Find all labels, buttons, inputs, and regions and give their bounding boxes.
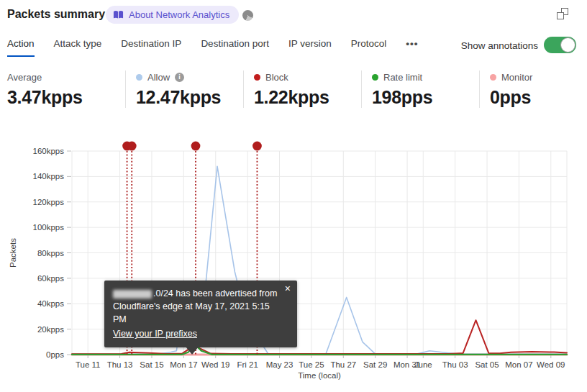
stat-average: Average3.47kpps bbox=[7, 70, 125, 108]
stat-average-value: 3.47kpps bbox=[7, 87, 125, 108]
tab-more[interactable]: ••• bbox=[406, 38, 418, 57]
stat-allow-label: Allow bbox=[147, 72, 170, 83]
stat-monitor-value: 0pps bbox=[490, 87, 587, 108]
badge-label: About Network Analytics bbox=[129, 9, 229, 20]
stat-monitor-dot bbox=[490, 74, 496, 81]
tab-protocol[interactable]: Protocol bbox=[351, 38, 387, 57]
tooltip-message-row: .0/24 has been advertised from Cloudflar… bbox=[113, 287, 278, 326]
book-icon bbox=[113, 10, 124, 19]
stat-allow-value: 12.47kpps bbox=[136, 87, 243, 108]
y-tick-label: 80kpps bbox=[37, 249, 64, 257]
stat-monitor-label: Monitor bbox=[501, 72, 532, 83]
stat-block-dot bbox=[254, 74, 260, 81]
x-tick-label: Sat 15 bbox=[140, 360, 163, 369]
show-annotations-toggle[interactable] bbox=[544, 37, 576, 53]
y-tick-label: 20kpps bbox=[37, 325, 64, 334]
y-tick-label: 160kpps bbox=[33, 147, 65, 155]
annotation-dot[interactable] bbox=[252, 142, 262, 151]
view-ip-prefixes-link[interactable]: View your IP prefixes bbox=[113, 327, 197, 340]
packets-summary-panel: Packets summary About Network Analytics … bbox=[0, 0, 587, 392]
y-tick-label: 40kpps bbox=[37, 299, 64, 308]
packets-chart-area: 0pps20kpps40kpps60kpps80kpps100kpps120kp… bbox=[0, 140, 587, 392]
x-tick-label: Tue 11 bbox=[76, 360, 101, 369]
y-tick-label: 0pps bbox=[46, 350, 64, 359]
y-axis-title: Packets bbox=[9, 238, 17, 268]
x-tick-label: Mon 07 bbox=[505, 360, 532, 369]
tab-attack-type[interactable]: Attack type bbox=[54, 38, 102, 57]
tooltip-arrow bbox=[186, 347, 199, 355]
popout-front-square bbox=[557, 12, 564, 19]
stat-block: Block1.22kpps bbox=[243, 70, 361, 108]
x-tick-label: Thu 27 bbox=[330, 360, 356, 369]
show-annotations-label: Show annotations bbox=[461, 40, 538, 51]
page-title: Packets summary bbox=[7, 8, 105, 21]
close-icon[interactable]: × bbox=[285, 283, 291, 293]
tab-ip-version[interactable]: IP version bbox=[288, 38, 332, 57]
x-tick-label: Tue 25 bbox=[299, 360, 324, 369]
x-tick-label: June bbox=[414, 360, 432, 369]
annotation-dot[interactable] bbox=[127, 142, 137, 151]
stat-rate-limit-dot bbox=[372, 74, 378, 81]
x-tick-label: Thu 13 bbox=[107, 360, 133, 369]
y-tick-label: 100kpps bbox=[33, 223, 65, 232]
annotation-tooltip: × .0/24 has been advertised from Cloudfl… bbox=[104, 281, 297, 347]
stat-block-value: 1.22kpps bbox=[254, 87, 361, 108]
stat-rate-limit-value: 198pps bbox=[372, 87, 479, 108]
stat-average-label: Average bbox=[7, 72, 42, 83]
stats-row: Average3.47kppsAllowi12.47kppsBlock1.22k… bbox=[7, 70, 587, 108]
info-icon[interactable]: i bbox=[175, 73, 184, 82]
stat-allow: Allowi12.47kpps bbox=[125, 70, 243, 108]
x-tick-label: Thu 03 bbox=[442, 360, 468, 369]
tab-destination-ip[interactable]: Destination IP bbox=[121, 38, 181, 57]
y-tick-label: 60kpps bbox=[37, 274, 64, 283]
usage-pie-icon[interactable] bbox=[242, 10, 253, 21]
x-tick-label: Sat 05 bbox=[475, 360, 499, 369]
stat-rate-limit: Rate limit198pps bbox=[361, 70, 479, 108]
popout-icon[interactable] bbox=[557, 8, 568, 19]
x-axis-title: Time (local) bbox=[298, 371, 341, 380]
annotation-dot[interactable] bbox=[191, 142, 201, 151]
toggle-knob bbox=[560, 37, 575, 53]
tab-action[interactable]: Action bbox=[7, 38, 35, 57]
y-tick-label: 120kpps bbox=[33, 198, 65, 206]
x-tick-label: Fri 21 bbox=[237, 360, 258, 369]
tab-destination-port[interactable]: Destination port bbox=[201, 38, 269, 57]
y-tick-label: 140kpps bbox=[33, 172, 65, 181]
x-tick-label: Wed 09 bbox=[537, 360, 565, 369]
x-tick-label: Sat 29 bbox=[363, 360, 387, 369]
about-network-analytics-badge[interactable]: About Network Analytics bbox=[106, 6, 239, 24]
stat-allow-dot bbox=[136, 74, 142, 81]
packets-chart[interactable]: 0pps20kpps40kpps60kpps80kpps100kpps120kp… bbox=[0, 140, 587, 392]
dimension-tabs: ActionAttack typeDestination IPDestinati… bbox=[7, 38, 418, 57]
stat-rate-limit-label: Rate limit bbox=[383, 72, 422, 83]
redacted-ip-prefix bbox=[113, 290, 152, 298]
x-tick-label: May 23 bbox=[266, 360, 294, 369]
x-tick-label: Mon 17 bbox=[170, 360, 197, 369]
x-tick-label: Wed 19 bbox=[201, 360, 229, 369]
stat-block-label: Block bbox=[265, 72, 288, 83]
stat-monitor: Monitor0pps bbox=[479, 70, 587, 108]
